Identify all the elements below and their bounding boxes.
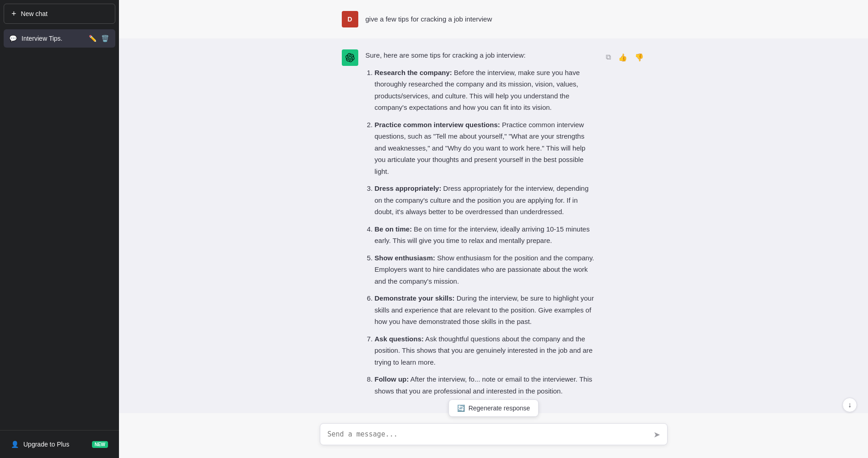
delete-icon[interactable]: 🗑️ (100, 34, 110, 43)
thumbs-down-icon: 👎 (635, 54, 644, 61)
tip-item: Follow up: After the interview, fo... no… (375, 373, 597, 397)
chevron-down-icon: ↓ (848, 401, 852, 409)
new-chat-label: New chat (21, 10, 48, 17)
edit-icon[interactable]: ✏️ (88, 34, 97, 43)
regenerate-icon: 🔄 (457, 404, 465, 412)
chat-item-actions: ✏️ 🗑️ (88, 34, 110, 43)
tip-item: Practice common interview questions: Pra… (375, 119, 597, 178)
tip-item: Show enthusiasm: Show enthusiasm for the… (375, 252, 597, 287)
sidebar-bottom: 👤 Upgrade to Plus NEW (0, 430, 119, 458)
tips-list: Research the company: Before the intervi… (366, 67, 597, 397)
tip-item: Research the company: Before the intervi… (375, 67, 597, 113)
thumbs-down-button[interactable]: 👎 (633, 52, 646, 63)
user-icon: 👤 (11, 441, 19, 448)
send-button[interactable]: ➤ (652, 428, 662, 442)
regenerate-popup[interactable]: 🔄 Regenerate response (448, 399, 539, 417)
thumbs-up-icon: 👍 (618, 54, 627, 61)
chat-area: D give a few tips for cracking a job int… (119, 0, 868, 416)
thumbs-up-button[interactable]: 👍 (616, 52, 629, 63)
sidebar: + New chat 💬 Interview Tips. ✏️ 🗑️ 👤 Upg… (0, 0, 119, 458)
ai-message-container: Sure, here are some tips for cracking a … (320, 49, 668, 402)
tip-item: Demonstrate your skills: During the inte… (375, 292, 597, 328)
copy-icon: ⧉ (606, 53, 611, 61)
copy-button[interactable]: ⧉ (604, 52, 613, 62)
tip-item: Ask questions: Ask thoughtful questions … (375, 333, 597, 368)
user-message-text: give a few tips for cracking a job inter… (366, 11, 492, 25)
chat-bubble-icon: 💬 (9, 35, 17, 42)
input-wrapper: ➤ (320, 423, 668, 447)
scroll-bottom-button[interactable]: ↓ (842, 398, 857, 412)
user-message-row: D give a few tips for cracking a job int… (119, 0, 868, 38)
chat-list: 💬 Interview Tips. ✏️ 🗑️ (0, 27, 119, 430)
user-message-container: D give a few tips for cracking a job int… (320, 11, 668, 27)
upgrade-label: Upgrade to Plus (23, 441, 69, 448)
ai-message-row: Sure, here are some tips for cracking a … (119, 38, 868, 413)
input-area: ➤ (119, 416, 868, 458)
new-badge: NEW (92, 441, 108, 448)
tip-item: Dress appropriately: Dress appropriately… (375, 183, 597, 218)
chat-item-label: Interview Tips. (22, 35, 62, 42)
chat-item[interactable]: 💬 Interview Tips. ✏️ 🗑️ (4, 29, 115, 48)
chat-item-left: 💬 Interview Tips. (9, 35, 88, 42)
ai-message-text: Sure, here are some tips for cracking a … (366, 49, 597, 397)
user-avatar: D (342, 11, 358, 27)
openai-avatar (342, 49, 358, 66)
upgrade-button[interactable]: 👤 Upgrade to Plus NEW (5, 436, 113, 453)
tip-item: Be on time: Be on time for the interview… (375, 223, 597, 247)
send-icon: ➤ (653, 430, 660, 439)
message-input[interactable] (320, 423, 668, 445)
ai-intro: Sure, here are some tips for cracking a … (366, 49, 597, 61)
regenerate-label: Regenerate response (469, 404, 530, 412)
ai-message-content: Sure, here are some tips for cracking a … (366, 49, 597, 402)
main-content: D give a few tips for cracking a job int… (119, 0, 868, 458)
message-actions: ⧉ 👍 👎 (604, 49, 646, 63)
plus-icon: + (11, 10, 16, 18)
new-chat-button[interactable]: + New chat (4, 4, 115, 24)
